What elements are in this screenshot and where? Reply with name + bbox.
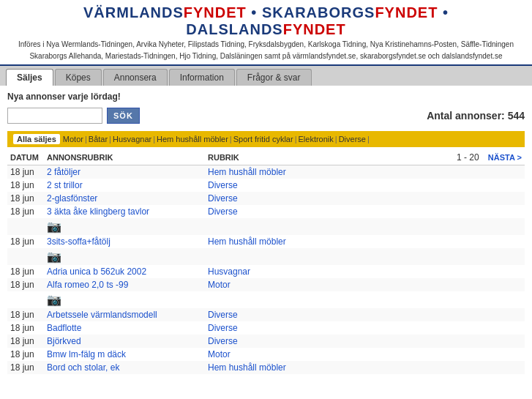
tab-fragor-svar[interactable]: Frågor & svar bbox=[236, 69, 312, 86]
row-date: 18 jun bbox=[7, 348, 44, 361]
category-batar[interactable]: Båtar bbox=[89, 135, 108, 143]
tab-saljes[interactable]: Säljes bbox=[6, 69, 53, 86]
row-rubrik: Hem hushåll möbler bbox=[205, 235, 322, 248]
category-hem-hushall[interactable]: Hem hushåll möbler bbox=[157, 135, 228, 143]
row-date: 18 jun bbox=[7, 205, 44, 218]
camera-icon: 📷 bbox=[44, 291, 205, 308]
nav-tabs: Säljes Köpes Annonsera Information Frågo… bbox=[0, 66, 532, 86]
ad-link[interactable]: Bord och stolar, ek bbox=[47, 362, 119, 373]
row-extra bbox=[322, 192, 525, 205]
row-date: 18 jun bbox=[7, 165, 44, 179]
row-title: Badflotte bbox=[44, 321, 205, 335]
row-extra bbox=[322, 335, 525, 348]
table-row: 18 jun2 st trillorDiverse bbox=[7, 179, 525, 192]
row-date: 18 jun bbox=[7, 192, 44, 205]
table-row: 18 junBjörkvedDiverse bbox=[7, 335, 525, 348]
col-pagination: 1 - 20 NÄSTA > bbox=[322, 150, 525, 165]
row-extra bbox=[322, 205, 525, 218]
row-date: 18 jun bbox=[7, 265, 44, 278]
search-area: SÖK bbox=[7, 108, 140, 124]
table-row: 18 jun2 fåtöljerHem hushåll möbler bbox=[7, 165, 525, 179]
search-row: SÖK Antal annonser: 544 bbox=[7, 108, 525, 124]
search-button[interactable]: SÖK bbox=[107, 108, 140, 124]
ad-link[interactable]: 2 fåtöljer bbox=[47, 167, 80, 177]
row-title: 3 äkta åke klingberg tavlor bbox=[44, 205, 205, 218]
header-subtitle2: Skaraborgs Allehanda, Mariestads-Tidning… bbox=[7, 51, 525, 61]
row-rubrik: Diverse bbox=[205, 335, 322, 348]
ad-link[interactable]: Alfa romeo 2,0 ts -99 bbox=[47, 280, 128, 290]
row-rubrik: Motor bbox=[205, 348, 322, 361]
table-row: 18 junAlfa romeo 2,0 ts -99Motor bbox=[7, 278, 525, 291]
ads-table: DATUM ANNONSRUBRIK RUBRIK 1 - 20 NÄSTA >… bbox=[7, 150, 525, 374]
row-extra bbox=[322, 348, 525, 361]
category-elektronik[interactable]: Elektronik bbox=[299, 135, 334, 143]
row-title: 2-glasfönster bbox=[44, 192, 205, 205]
category-sport[interactable]: Sport fritid cyklar bbox=[233, 135, 293, 143]
row-date: 18 jun bbox=[7, 361, 44, 374]
tab-annonsera[interactable]: Annonsera bbox=[103, 69, 168, 86]
table-row: 18 jun3 äkta åke klingberg tavlorDiverse bbox=[7, 205, 525, 218]
row-extra bbox=[322, 308, 525, 321]
row-rubrik: Diverse bbox=[205, 321, 322, 335]
ad-link[interactable]: Badflotte bbox=[47, 323, 81, 333]
row-extra bbox=[322, 265, 525, 278]
row-rubrik: Hem hushåll möbler bbox=[205, 361, 322, 374]
ad-link[interactable]: Björkved bbox=[47, 336, 81, 346]
row-extra bbox=[322, 321, 525, 335]
ad-link[interactable]: Arbetssele värmlandsmodell bbox=[47, 310, 157, 320]
category-diverse[interactable]: Diverse bbox=[339, 135, 366, 143]
table-row: 18 junBord och stolar, ekHem hushåll möb… bbox=[7, 361, 525, 374]
content-area: Nya annonser varje lördag! SÖK Antal ann… bbox=[0, 86, 532, 380]
row-extra bbox=[322, 179, 525, 192]
site-title: VÄRMLANDSFYNDET • SKARABORGSFYNDET • DAL… bbox=[83, 4, 449, 37]
ad-link[interactable]: Adria unica b 562uk 2002 bbox=[47, 266, 146, 277]
new-ads-label: Nya annonser varje lördag! bbox=[7, 92, 525, 102]
col-annonsrubrik: ANNONSRUBRIK bbox=[44, 150, 205, 165]
row-title: Adria unica b 562uk 2002 bbox=[44, 265, 205, 278]
ad-link[interactable]: 3sits-soffa+fåtölj bbox=[47, 236, 110, 247]
tab-information[interactable]: Information bbox=[169, 69, 235, 86]
row-extra bbox=[322, 235, 525, 248]
row-rubrik: Diverse bbox=[205, 205, 322, 218]
header-subtitle1: Införes i Nya Wermlands-Tidningen, Arvik… bbox=[7, 40, 525, 50]
row-rubrik: Diverse bbox=[205, 179, 322, 192]
row-title: Arbetssele värmlandsmodell bbox=[44, 308, 205, 321]
ad-link[interactable]: 2-glasfönster bbox=[47, 193, 97, 204]
tab-kopes[interactable]: Köpes bbox=[55, 69, 102, 86]
row-date: 18 jun bbox=[7, 308, 44, 321]
col-rubrik: RUBRIK bbox=[205, 150, 322, 165]
next-page-link[interactable]: NÄSTA > bbox=[488, 153, 522, 162]
table-row: 18 jun2-glasfönsterDiverse bbox=[7, 192, 525, 205]
row-title: Bmw lm-fälg m däck bbox=[44, 348, 205, 361]
ad-link[interactable]: Bmw lm-fälg m däck bbox=[47, 349, 126, 359]
row-title: 2 st trillor bbox=[44, 179, 205, 192]
row-extra bbox=[322, 165, 525, 179]
category-motor[interactable]: Motor bbox=[63, 135, 83, 143]
table-row: 18 junBmw lm-fälg m däckMotor bbox=[7, 348, 525, 361]
camera-row: 📷 bbox=[7, 291, 525, 308]
row-extra bbox=[322, 361, 525, 374]
search-input[interactable] bbox=[7, 108, 102, 124]
ad-link[interactable]: 2 st trillor bbox=[47, 180, 83, 190]
row-date: 18 jun bbox=[7, 235, 44, 248]
row-title: 3sits-soffa+fåtölj bbox=[44, 235, 205, 248]
row-title: Bord och stolar, ek bbox=[44, 361, 205, 374]
row-rubrik: Hem hushåll möbler bbox=[205, 165, 322, 179]
camera-row: 📷 bbox=[7, 248, 525, 265]
row-rubrik: Diverse bbox=[205, 192, 322, 205]
row-rubrik: Husvagnar bbox=[205, 265, 322, 278]
row-date: 18 jun bbox=[7, 179, 44, 192]
category-husvagnar[interactable]: Husvagnar bbox=[113, 135, 151, 143]
camera-icon: 📷 bbox=[44, 218, 205, 235]
table-row: 18 junArbetssele värmlandsmodellDiverse bbox=[7, 308, 525, 321]
camera-icon: 📷 bbox=[44, 248, 205, 265]
row-title: Björkved bbox=[44, 335, 205, 348]
table-row: 18 jun3sits-soffa+fåtöljHem hushåll möbl… bbox=[7, 235, 525, 248]
row-title: Alfa romeo 2,0 ts -99 bbox=[44, 278, 205, 291]
col-datum: DATUM bbox=[7, 150, 44, 165]
ad-link[interactable]: 3 äkta åke klingberg tavlor bbox=[47, 206, 149, 217]
row-date: 18 jun bbox=[7, 321, 44, 335]
row-extra bbox=[322, 278, 525, 291]
category-alla-saljes[interactable]: Alla säljes bbox=[13, 134, 60, 144]
row-title: 2 fåtöljer bbox=[44, 165, 205, 179]
